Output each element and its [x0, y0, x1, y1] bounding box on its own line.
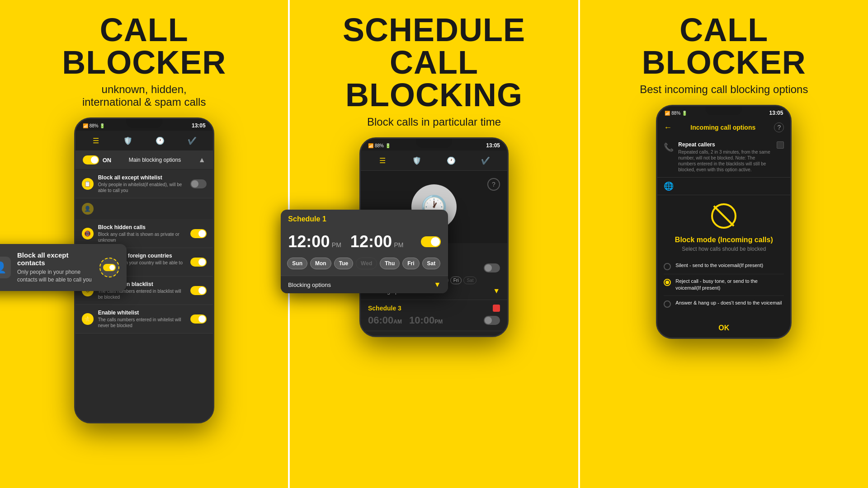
block-row-title-0: Block all except whitelist — [98, 174, 186, 181]
radio-label-1: Reject call - busy tone, or send to the … — [675, 278, 784, 292]
block-mode-title: Block mode (Incoming calls) — [664, 236, 784, 244]
s1-sun[interactable]: Sun — [287, 258, 307, 269]
rc-row: 📞 Repeat callers Repeated calls, 2 in 3 … — [664, 141, 784, 173]
rc-title: Repeat callers — [678, 141, 772, 148]
shield-icon-left[interactable]: 🛡️ — [123, 135, 133, 146]
s2-toggle[interactable] — [484, 263, 500, 272]
s1-suffix-start: PM — [332, 241, 341, 249]
left-phone-container: 📶 88% 🔋 13:05 ☰ 🛡️ 🕐 ✔️ ON Main blocking… — [0, 117, 288, 488]
check-icon-left[interactable]: ✔️ — [187, 135, 198, 146]
check-icon-mid[interactable]: ✔️ — [480, 155, 491, 166]
back-arrow-icon[interactable]: ← — [664, 123, 672, 132]
s1-block-opts-label: Blocking options — [288, 282, 331, 288]
chevron-up-icon: ▲ — [198, 156, 206, 164]
block-row-desc-5: The calls numbers entered in whitelist w… — [98, 317, 186, 328]
block-toggle-5[interactable] — [190, 314, 207, 324]
mid-notch — [416, 139, 452, 148]
incoming-title: Incoming call options — [690, 124, 755, 131]
popup-title: Block all except contacts — [17, 251, 93, 267]
s2-sat: Sat — [463, 277, 476, 284]
s3-start: 06:00AM — [368, 314, 402, 326]
schedule-1-overlay: Schedule 1 12:00 PM 12:00 PM Sun Mon Tue… — [281, 210, 448, 293]
s1-toggle[interactable] — [421, 236, 441, 247]
s1-tue[interactable]: Tue — [334, 258, 353, 269]
radio-option-1[interactable]: Reject call - busy tone, or send to the … — [664, 274, 784, 296]
globe-icon: 🌐 — [664, 181, 674, 191]
right-phone-container: 📶 88% 🔋 13:05 ← Incoming call options ? … — [580, 105, 868, 488]
s1-chevron: ▼ — [434, 281, 441, 289]
ban-svg — [710, 202, 737, 230]
radio-circle-0 — [664, 263, 671, 270]
on-text: ON — [103, 157, 112, 164]
s3-label: Schedule 3 — [368, 305, 401, 312]
block-row-text-2: Block hidden calls Block any call that i… — [98, 224, 186, 243]
s1-sat[interactable]: Sat — [422, 258, 441, 269]
s1-times: 12:00 PM 12:00 PM — [281, 229, 448, 255]
mid-header: SCHEDULE CALL BLOCKING Block calls in pa… — [290, 0, 578, 133]
left-header: CALL BLOCKER unknown, hidden, internatio… — [53, 0, 235, 113]
time-left: 13:05 — [192, 122, 206, 129]
clock-icon-mid[interactable]: 🕐 — [446, 155, 457, 166]
block-toggle-0[interactable] — [190, 179, 207, 188]
nav-bar-left: ☰ 🛡️ 🕐 ✔️ — [75, 131, 213, 151]
left-title: CALL BLOCKER — [62, 14, 226, 79]
s3-red-dot — [493, 305, 500, 312]
right-header: CALL BLOCKER Best incoming call blocking… — [631, 0, 817, 100]
s1-start: 12:00 — [288, 232, 330, 251]
globe-row: 🌐 — [657, 178, 790, 195]
shield-icon-mid[interactable]: 🛡️ — [411, 155, 422, 166]
radio-option-2[interactable]: Answer & hang up - does't send to the vo… — [664, 296, 784, 311]
s1-end: 12:00 — [350, 232, 392, 251]
menu-icon-left[interactable]: ☰ — [90, 135, 101, 146]
block-row-icon-1: 👤 — [82, 203, 94, 215]
block-row-1[interactable]: 👤 — [75, 198, 213, 220]
svg-line-1 — [714, 206, 734, 226]
time-right: 13:05 — [769, 110, 783, 116]
s1-time-start-group: 12:00 PM — [288, 232, 341, 251]
main-toggle[interactable] — [83, 155, 99, 164]
block-row-title-5: Enable whitelist — [98, 310, 186, 316]
block-mode-section: Block mode (Incoming calls) Select how c… — [657, 195, 790, 319]
block-row-title-2: Block hidden calls — [98, 224, 186, 230]
on-label: ON — [83, 155, 112, 164]
s3-header: Schedule 3 — [368, 305, 500, 312]
s1-wed[interactable]: Wed — [356, 258, 377, 269]
clock-icon-left[interactable]: 🕐 — [155, 135, 165, 146]
block-row-icon-0: 📋 — [82, 178, 94, 190]
radio-label-0: Silent - send to the voicemail(If presen… — [675, 262, 763, 269]
nav-bar-mid: ☰ 🛡️ 🕐 ✔️ — [361, 150, 507, 171]
help-icon-mid[interactable]: ? — [487, 178, 500, 191]
block-row-icon-2: 📵 — [82, 228, 94, 239]
menu-icon-mid[interactable]: ☰ — [377, 155, 388, 166]
radio-option-0[interactable]: Silent - send to the voicemail(If presen… — [664, 258, 784, 274]
block-toggle-2[interactable] — [190, 229, 207, 238]
block-row-desc-2: Block any call that is shown as private … — [98, 231, 186, 243]
s1-time-end-group: 12:00 PM — [350, 232, 404, 251]
rc-text: Repeat callers Repeated calls, 2 in 3 mi… — [678, 141, 772, 173]
left-panel: CALL BLOCKER unknown, hidden, internatio… — [0, 0, 288, 488]
rc-desc: Repeated calls, 2 in 3 minutes, from the… — [678, 149, 772, 173]
block-toggle-4[interactable] — [190, 286, 207, 295]
popup-toggle[interactable] — [99, 258, 119, 277]
block-row-0[interactable]: 📋 Block all except whitelist Only people… — [75, 170, 213, 198]
right-phone: 📶 88% 🔋 13:05 ← Incoming call options ? … — [656, 105, 792, 339]
s1-thu[interactable]: Thu — [380, 258, 400, 269]
rc-checkbox[interactable] — [777, 141, 784, 149]
phone-notch — [126, 119, 162, 128]
popup-toggle-inner — [103, 264, 116, 271]
repeat-callers-section: 📞 Repeat callers Repeated calls, 2 in 3 … — [657, 137, 790, 178]
ok-button-area: OK — [657, 319, 790, 338]
s1-mon[interactable]: Mon — [310, 258, 331, 269]
block-toggle-3[interactable] — [190, 258, 207, 267]
incoming-header: ← Incoming call options ? — [657, 118, 790, 137]
help-icon-right[interactable]: ? — [774, 122, 784, 132]
block-row-desc-0: Only people in whitelist(if enabled), wi… — [98, 182, 186, 193]
s1-fri[interactable]: Fri — [402, 258, 419, 269]
s3-toggle[interactable] — [484, 316, 500, 325]
block-row-text-0: Block all except whitelist Only people i… — [98, 174, 186, 193]
left-subtitle: unknown, hidden, international & spam ca… — [62, 83, 226, 108]
radio-label-2: Answer & hang up - does't send to the vo… — [675, 300, 782, 306]
ok-button[interactable]: OK — [718, 324, 729, 332]
block-row-5[interactable]: ⭐ Enable whitelist The calls numbers ent… — [75, 305, 213, 333]
mid-panel: SCHEDULE CALL BLOCKING Block calls in pa… — [288, 0, 580, 488]
